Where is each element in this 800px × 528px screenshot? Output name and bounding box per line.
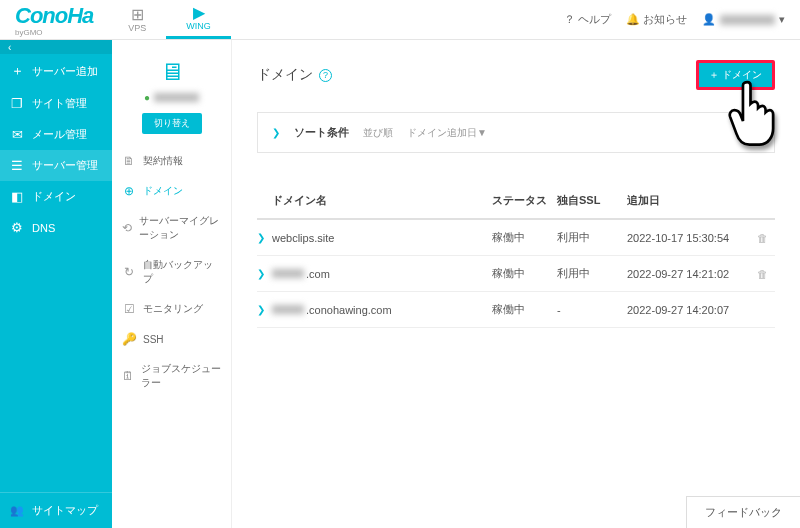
sidebar-item-site-manage[interactable]: ❐ サイト管理	[0, 88, 112, 119]
server-large-icon: 🖥	[122, 58, 221, 86]
monitor-icon: ☑	[122, 302, 136, 316]
page-title-text: ドメイン	[257, 66, 313, 84]
help-icon[interactable]: ?	[319, 69, 332, 82]
tab-label: WING	[186, 21, 211, 31]
cell-status: 稼働中	[492, 230, 557, 245]
mail-icon: ✉	[10, 127, 24, 142]
tab-label: VPS	[128, 23, 146, 33]
sub-item-label: 契約情報	[143, 154, 183, 168]
domain-masked	[272, 269, 304, 278]
document-icon: 🗎	[122, 154, 136, 168]
sub-item-scheduler[interactable]: 🗓 ジョブスケジューラー	[112, 354, 231, 398]
sort-by: ドメイン追加日▼	[407, 126, 487, 140]
calendar-icon: 🗓	[122, 369, 134, 383]
chevron-right-icon: ❯	[257, 304, 272, 315]
top-header-left: ConoHa byGMO ⊞ VPS ▶ WING	[0, 0, 231, 39]
sub-item-label: ドメイン	[143, 184, 183, 198]
cell-added: 2022-09-27 14:20:07	[627, 304, 757, 316]
sort-order: 並び順	[363, 126, 393, 140]
col-domain: ドメイン名	[272, 193, 492, 208]
table-row[interactable]: ❯ .com 稼働中 利用中 2022-09-27 14:21:02 🗑	[257, 256, 775, 292]
sub-item-migration[interactable]: ⟲ サーバーマイグレーション	[112, 206, 231, 250]
chevron-right-icon: ❯	[257, 232, 272, 243]
sidebar: ‹ ＋ サーバー追加 ❐ サイト管理 ✉ メール管理 ☰ サーバー管理 ◧ ドメ…	[0, 40, 112, 528]
sidebar-item-domain[interactable]: ◧ ドメイン	[0, 181, 112, 212]
domain-masked	[272, 305, 304, 314]
sidebar-footer-label: サイトマップ	[32, 503, 98, 518]
sub-item-domain[interactable]: ⊕ ドメイン	[112, 176, 231, 206]
sitemap-icon: 👥	[10, 504, 24, 517]
sort-bar[interactable]: ❯ ソート条件 並び順 ドメイン追加日▼	[257, 112, 775, 153]
top-header: ConoHa byGMO ⊞ VPS ▶ WING ？ ヘルプ 🔔 お知らせ 👤…	[0, 0, 800, 40]
tab-wing[interactable]: ▶ WING	[166, 0, 231, 39]
sub-item-label: ジョブスケジューラー	[141, 362, 221, 390]
cell-status: 稼働中	[492, 302, 557, 317]
trash-icon[interactable]: 🗑	[757, 268, 777, 280]
sidebar-item-label: サーバー追加	[32, 64, 98, 79]
sub-item-label: SSH	[143, 334, 164, 345]
chevron-right-icon: ❯	[272, 127, 280, 138]
cell-domain: .conohawing.com	[272, 304, 492, 316]
sidebar-item-add-server[interactable]: ＋ サーバー追加	[0, 54, 112, 88]
sidebar-sitemap[interactable]: 👥 サイトマップ	[0, 492, 112, 528]
news-link[interactable]: 🔔 お知らせ	[626, 12, 687, 27]
sub-item-label: サーバーマイグレーション	[139, 214, 221, 242]
domain-suffix: .conohawing.com	[306, 304, 392, 316]
vps-icon: ⊞	[131, 7, 144, 23]
migration-icon: ⟲	[122, 221, 132, 235]
sidebar-item-mail-manage[interactable]: ✉ メール管理	[0, 119, 112, 150]
server-icon: ☰	[10, 158, 24, 173]
server-name-row: ●	[122, 92, 221, 103]
cell-ssl: 利用中	[557, 230, 627, 245]
logo[interactable]: ConoHa byGMO	[0, 3, 108, 37]
wing-icon: ▶	[193, 5, 205, 21]
sidebar-item-label: DNS	[32, 222, 55, 234]
globe-icon: ⚙	[10, 220, 24, 235]
sidebar-item-dns[interactable]: ⚙ DNS	[0, 212, 112, 243]
sub-item-backup[interactable]: ↻ 自動バックアップ	[112, 250, 231, 294]
domain-suffix: .com	[306, 268, 330, 280]
sort-label: ソート条件	[294, 125, 349, 140]
logo-text: ConoHa	[15, 3, 93, 28]
main-header: ドメイン ? ＋ ドメイン	[257, 60, 775, 90]
switch-server-button[interactable]: 切り替え	[142, 113, 202, 134]
plus-icon: ＋	[10, 62, 24, 80]
table-row[interactable]: ❯ .conohawing.com 稼働中 - 2022-09-27 14:20…	[257, 292, 775, 328]
table-header: . ドメイン名 ステータス 独自SSL 追加日	[257, 183, 775, 220]
avatar-icon: 👤	[702, 13, 716, 26]
sub-item-contract[interactable]: 🗎 契約情報	[112, 146, 231, 176]
sidebar-item-server-manage[interactable]: ☰ サーバー管理	[0, 150, 112, 181]
main-content: ドメイン ? ＋ ドメイン ❯ ソート条件 並び順 ドメイン追加日▼ . ドメイ…	[232, 40, 800, 528]
feedback-button[interactable]: フィードバック	[686, 496, 800, 528]
status-dot-icon: ●	[144, 92, 150, 103]
col-added: 追加日	[627, 193, 757, 208]
col-ssl: 独自SSL	[557, 193, 627, 208]
logo-sub: byGMO	[15, 29, 93, 37]
chevron-right-icon: ❯	[257, 268, 272, 279]
sub-item-ssh[interactable]: 🔑 SSH	[112, 324, 231, 354]
sidebar-item-label: ドメイン	[32, 189, 76, 204]
username-masked	[720, 15, 775, 25]
sidebar-collapse[interactable]: ‹	[0, 40, 112, 54]
tab-vps[interactable]: ⊞ VPS	[108, 0, 166, 39]
backup-icon: ↻	[122, 265, 136, 279]
sidebar-item-label: メール管理	[32, 127, 87, 142]
table-row[interactable]: ❯ webclips.site 稼働中 利用中 2022-10-17 15:30…	[257, 220, 775, 256]
user-menu[interactable]: 👤 ▾	[702, 13, 785, 26]
window-icon: ❐	[10, 96, 24, 111]
key-icon: 🔑	[122, 332, 136, 346]
add-domain-button[interactable]: ＋ ドメイン	[696, 60, 775, 90]
cell-ssl: 利用中	[557, 266, 627, 281]
switch-label: 切り替え	[154, 118, 190, 128]
news-label: お知らせ	[643, 12, 687, 27]
help-label: ヘルプ	[578, 12, 611, 27]
cell-added: 2022-09-27 14:21:02	[627, 268, 757, 280]
domain-icon: ◧	[10, 189, 24, 204]
help-link[interactable]: ？ ヘルプ	[564, 12, 611, 27]
plus-icon: ＋	[709, 68, 719, 82]
server-box: 🖥 ● 切り替え	[112, 40, 231, 146]
trash-icon[interactable]: 🗑	[757, 232, 777, 244]
sub-item-monitoring[interactable]: ☑ モニタリング	[112, 294, 231, 324]
add-domain-label: ドメイン	[722, 68, 762, 82]
domain-icon: ⊕	[122, 184, 136, 198]
